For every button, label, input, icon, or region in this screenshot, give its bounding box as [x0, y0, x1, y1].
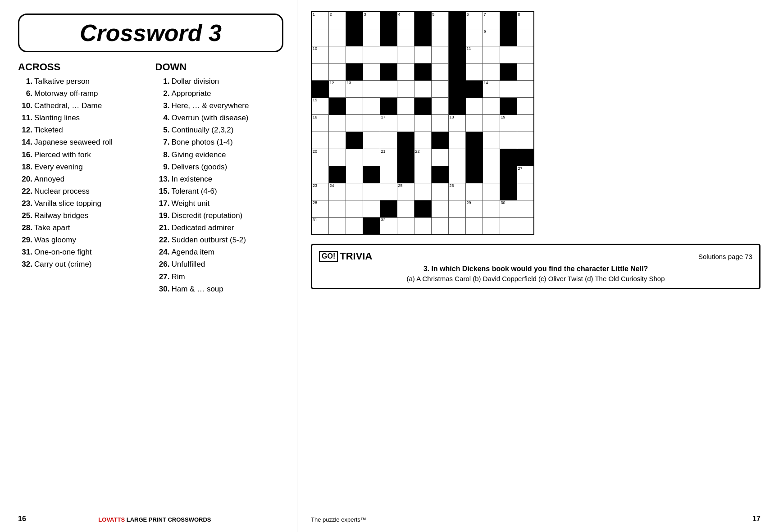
grid-cell — [414, 114, 431, 132]
cell-number: 17 — [381, 115, 386, 119]
grid-cell — [517, 46, 534, 63]
clue-text: Was gloomy — [34, 235, 146, 245]
clue-number: 11. — [18, 113, 32, 123]
cell-number: 18 — [450, 115, 454, 119]
clue-text: Vanilla slice topping — [34, 199, 146, 209]
grid-cell: 30 — [500, 200, 517, 217]
cell-number: 2 — [330, 13, 332, 17]
footer-center: LOVATTS LARGE PRINT CROSSWORDS — [98, 516, 211, 523]
down-clue-item: 17.Weight unit — [155, 199, 284, 209]
grid-cell — [500, 149, 517, 166]
grid-cell: 5 — [431, 12, 448, 29]
grid-cell — [328, 97, 346, 114]
down-clue-item: 30.Ham & … soup — [155, 284, 284, 294]
cell-number: 14 — [484, 81, 488, 85]
grid-cell — [414, 63, 431, 80]
crossword-grid: 1234567891011121314151617181920212227232… — [311, 11, 534, 235]
grid-cell — [363, 80, 380, 97]
title-box: Crossword 3 — [18, 14, 283, 52]
cell-number: 4 — [398, 13, 401, 17]
grid-cell — [380, 80, 397, 97]
grid-cell — [517, 217, 534, 234]
grid-cell — [483, 63, 500, 80]
cell-number: 20 — [313, 150, 317, 154]
grid-container: 1234567891011121314151617181920212227232… — [311, 11, 760, 235]
grid-cell — [448, 80, 465, 97]
grid-cell — [414, 132, 431, 149]
grid-cell — [380, 183, 397, 200]
grid-cell — [483, 97, 500, 114]
across-clue-item: 29.Was gloomy — [18, 235, 146, 245]
clue-number: 1. — [155, 77, 170, 86]
grid-cell — [397, 97, 414, 114]
clue-text: Unfulfilled — [172, 259, 284, 269]
clue-number: 27. — [155, 272, 170, 282]
clue-number: 30. — [155, 284, 170, 294]
grid-cell — [397, 200, 414, 217]
cell-number: 19 — [501, 115, 505, 119]
grid-cell — [328, 217, 346, 234]
grid-cell — [448, 29, 465, 46]
grid-cell: 7 — [483, 12, 500, 29]
clue-text: Tolerant (4-6) — [172, 186, 284, 196]
grid-cell — [346, 63, 363, 80]
clue-number: 8. — [155, 150, 170, 160]
grid-cell: 22 — [414, 149, 431, 166]
grid-cell — [346, 12, 363, 29]
clue-text: Sudden outburst (5-2) — [172, 235, 284, 245]
clue-number: 5. — [155, 125, 170, 135]
grid-cell — [414, 12, 431, 29]
down-clue-item: 15.Tolerant (4-6) — [155, 186, 284, 196]
clue-number: 20. — [18, 174, 32, 184]
grid-cell — [328, 166, 346, 183]
across-clue-item: 14.Japanese seaweed roll — [18, 137, 146, 147]
trivia-box: GO! TRIVIA Solutions page 73 3. In which… — [311, 244, 760, 289]
cell-number: 12 — [330, 81, 334, 85]
grid-cell — [346, 200, 363, 217]
grid-cell — [465, 217, 483, 234]
clue-text: Take apart — [34, 223, 146, 233]
across-clue-item: 11.Slanting lines — [18, 113, 146, 123]
trivia-num: 3. — [423, 265, 429, 273]
clue-text: Bone photos (1-4) — [172, 137, 284, 147]
down-clue-item: 3.Here, … & everywhere — [155, 101, 284, 111]
grid-cell: 11 — [465, 46, 483, 63]
cell-number: 1 — [313, 13, 315, 17]
clue-number: 24. — [155, 247, 170, 257]
footer-text: LARGE PRINT CROSSWORDS — [127, 516, 211, 523]
grid-cell: 3 — [363, 12, 380, 29]
grid-cell: 32 — [380, 217, 397, 234]
clue-text: Pierced with fork — [34, 150, 146, 160]
down-clue-item: 5.Continually (2,3,2) — [155, 125, 284, 135]
down-clue-item: 8.Giving evidence — [155, 150, 284, 160]
across-clue-item: 28.Take apart — [18, 223, 146, 233]
cell-number: 5 — [433, 13, 435, 17]
cell-number: 7 — [484, 13, 486, 17]
cell-number: 13 — [347, 81, 351, 85]
clue-text: Railway bridges — [34, 211, 146, 221]
grid-cell: 31 — [311, 217, 328, 234]
grid-cell — [397, 29, 414, 46]
grid-cell — [448, 200, 465, 217]
clue-text: In existence — [172, 174, 284, 184]
across-clue-item: 31.One-on-one fight — [18, 247, 146, 257]
down-clues-list: 1.Dollar division2.Appropriate3.Here, … … — [155, 77, 284, 294]
clue-number: 9. — [155, 162, 170, 172]
solutions-text: Solutions page 73 — [698, 253, 752, 260]
grid-cell — [500, 80, 517, 97]
across-clue-item: 20.Annoyed — [18, 174, 146, 184]
clue-text: Here, … & everywhere — [172, 101, 284, 111]
cell-number: 29 — [467, 201, 471, 205]
grid-cell — [363, 217, 380, 234]
grid-cell — [363, 183, 380, 200]
grid-cell — [500, 132, 517, 149]
grid-cell: 4 — [397, 12, 414, 29]
down-heading: DOWN — [155, 61, 284, 73]
grid-cell — [465, 132, 483, 149]
right-footer: The puzzle experts™ 17 — [311, 510, 760, 523]
grid-cell: 27 — [517, 166, 534, 183]
down-clue-item: 21.Dedicated admirer — [155, 223, 284, 233]
grid-cell: 17 — [380, 114, 397, 132]
trivia-answers: (a) A Christmas Carol (b) David Copperfi… — [319, 275, 752, 282]
grid-cell — [517, 80, 534, 97]
